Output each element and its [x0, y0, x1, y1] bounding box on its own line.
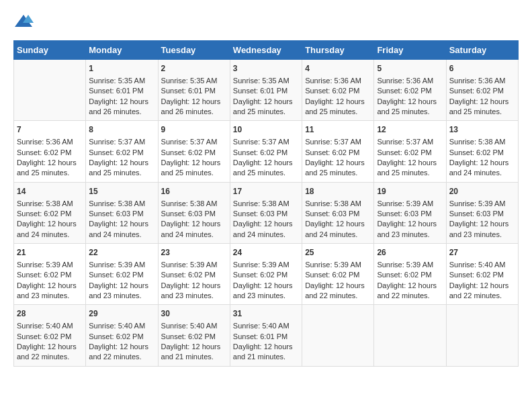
- cell-text: Sunset: 6:02 PM: [449, 86, 515, 96]
- day-number: 22: [89, 247, 154, 259]
- weekday-header-sunday: Sunday: [14, 41, 86, 60]
- cell-text: Sunrise: 5:39 AM: [89, 260, 154, 270]
- cell-text: Sunrise: 5:39 AM: [449, 199, 515, 209]
- cell-text: Daylight: 12 hours: [233, 342, 299, 352]
- cell-text: Daylight: 12 hours: [305, 219, 371, 229]
- calendar-cell: 10Sunrise: 5:37 AMSunset: 6:02 PMDayligh…: [230, 121, 302, 182]
- cell-text: Daylight: 12 hours: [89, 281, 154, 291]
- weekday-header-friday: Friday: [374, 41, 446, 60]
- cell-text: and 24 minutes.: [233, 230, 299, 240]
- day-number: 13: [449, 124, 515, 136]
- day-number: 26: [377, 247, 443, 259]
- cell-text: Daylight: 12 hours: [449, 97, 515, 107]
- calendar-cell: 25Sunrise: 5:39 AMSunset: 6:02 PMDayligh…: [302, 244, 374, 305]
- cell-text: Sunset: 6:02 PM: [233, 148, 299, 158]
- day-number: 20: [449, 186, 515, 197]
- cell-text: Sunrise: 5:40 AM: [233, 321, 299, 331]
- day-number: 2: [161, 63, 227, 75]
- cell-text: and 22 minutes.: [17, 352, 83, 362]
- cell-text: Sunset: 6:02 PM: [17, 270, 83, 280]
- cell-text: Sunset: 6:03 PM: [377, 209, 443, 219]
- calendar-cell: 13Sunrise: 5:38 AMSunset: 6:02 PMDayligh…: [446, 121, 518, 182]
- cell-text: and 25 minutes.: [233, 107, 299, 117]
- cell-text: Sunrise: 5:39 AM: [161, 260, 227, 270]
- day-number: 5: [377, 63, 443, 75]
- day-number: 24: [233, 247, 299, 259]
- cell-text: and 22 minutes.: [89, 352, 154, 362]
- day-number: 30: [161, 308, 227, 320]
- cell-text: and 24 minutes.: [89, 230, 154, 240]
- cell-text: Sunrise: 5:36 AM: [449, 76, 515, 86]
- cell-text: Sunset: 6:02 PM: [161, 270, 227, 280]
- calendar-cell: 7Sunrise: 5:36 AMSunset: 6:02 PMDaylight…: [14, 121, 86, 182]
- weekday-header-monday: Monday: [86, 41, 158, 60]
- cell-text: Sunrise: 5:35 AM: [161, 76, 227, 86]
- calendar-cell: [374, 305, 446, 366]
- cell-text: Sunset: 6:03 PM: [305, 209, 371, 219]
- calendar-cell: [302, 305, 374, 366]
- weekday-header-wednesday: Wednesday: [230, 41, 302, 60]
- cell-text: Sunrise: 5:38 AM: [161, 199, 227, 209]
- cell-text: Daylight: 12 hours: [449, 158, 515, 168]
- calendar-cell: 28Sunrise: 5:40 AMSunset: 6:02 PMDayligh…: [14, 305, 86, 366]
- cell-text: and 25 minutes.: [377, 168, 443, 178]
- day-number: 29: [89, 308, 154, 320]
- cell-text: Daylight: 12 hours: [377, 97, 443, 107]
- day-number: 8: [89, 124, 154, 136]
- cell-text: Daylight: 12 hours: [17, 158, 83, 168]
- cell-text: and 21 minutes.: [233, 352, 299, 362]
- day-number: 23: [161, 247, 227, 259]
- day-number: 27: [449, 247, 515, 259]
- cell-text: Daylight: 12 hours: [89, 97, 154, 107]
- cell-text: Daylight: 12 hours: [89, 219, 154, 229]
- cell-text: Daylight: 12 hours: [305, 97, 371, 107]
- week-row-4: 21Sunrise: 5:39 AMSunset: 6:02 PMDayligh…: [14, 244, 519, 305]
- cell-text: Sunset: 6:02 PM: [161, 148, 227, 158]
- cell-text: Sunset: 6:01 PM: [161, 86, 227, 96]
- cell-text: and 23 minutes.: [161, 291, 227, 301]
- day-number: 4: [305, 63, 371, 75]
- calendar-cell: 27Sunrise: 5:40 AMSunset: 6:02 PMDayligh…: [446, 244, 518, 305]
- weekday-header-row: SundayMondayTuesdayWednesdayThursdayFrid…: [14, 41, 519, 60]
- cell-text: Sunrise: 5:39 AM: [17, 260, 83, 270]
- cell-text: and 25 minutes.: [161, 168, 227, 178]
- cell-text: and 23 minutes.: [89, 291, 154, 301]
- cell-text: Sunset: 6:01 PM: [89, 86, 154, 96]
- cell-text: Daylight: 12 hours: [377, 281, 443, 291]
- day-number: 15: [89, 186, 154, 197]
- cell-text: Sunrise: 5:38 AM: [449, 137, 515, 147]
- cell-text: Daylight: 12 hours: [17, 281, 83, 291]
- calendar-cell: 11Sunrise: 5:37 AMSunset: 6:02 PMDayligh…: [302, 121, 374, 182]
- cell-text: and 23 minutes.: [17, 291, 83, 301]
- cell-text: Sunrise: 5:40 AM: [17, 321, 83, 331]
- cell-text: Daylight: 12 hours: [233, 281, 299, 291]
- calendar-cell: 30Sunrise: 5:40 AMSunset: 6:02 PMDayligh…: [158, 305, 230, 366]
- cell-text: Sunrise: 5:36 AM: [305, 76, 371, 86]
- cell-text: Sunset: 6:02 PM: [233, 270, 299, 280]
- cell-text: Sunset: 6:02 PM: [449, 148, 515, 158]
- calendar-cell: 6Sunrise: 5:36 AMSunset: 6:02 PMDaylight…: [446, 60, 518, 121]
- calendar-body: 1Sunrise: 5:35 AMSunset: 6:01 PMDaylight…: [14, 60, 519, 367]
- cell-text: and 25 minutes.: [233, 168, 299, 178]
- cell-text: Sunset: 6:01 PM: [233, 332, 299, 342]
- week-row-1: 1Sunrise: 5:35 AMSunset: 6:01 PMDaylight…: [14, 60, 519, 121]
- cell-text: Sunset: 6:01 PM: [233, 86, 299, 96]
- cell-text: Sunset: 6:02 PM: [449, 270, 515, 280]
- calendar-cell: 5Sunrise: 5:36 AMSunset: 6:02 PMDaylight…: [374, 60, 446, 121]
- day-number: 12: [377, 124, 443, 136]
- day-number: 18: [305, 186, 371, 197]
- week-row-5: 28Sunrise: 5:40 AMSunset: 6:02 PMDayligh…: [14, 305, 519, 366]
- cell-text: Sunset: 6:03 PM: [233, 209, 299, 219]
- calendar-cell: 26Sunrise: 5:39 AMSunset: 6:02 PMDayligh…: [374, 244, 446, 305]
- cell-text: and 25 minutes.: [17, 168, 83, 178]
- calendar-cell: 31Sunrise: 5:40 AMSunset: 6:01 PMDayligh…: [230, 305, 302, 366]
- weekday-header-thursday: Thursday: [302, 41, 374, 60]
- cell-text: and 23 minutes.: [233, 291, 299, 301]
- cell-text: Sunset: 6:02 PM: [377, 270, 443, 280]
- cell-text: Sunset: 6:03 PM: [161, 209, 227, 219]
- cell-text: Sunrise: 5:38 AM: [305, 199, 371, 209]
- cell-text: and 25 minutes.: [449, 107, 515, 117]
- day-number: 3: [233, 63, 299, 75]
- calendar-header: SundayMondayTuesdayWednesdayThursdayFrid…: [14, 41, 519, 60]
- cell-text: Sunrise: 5:40 AM: [449, 260, 515, 270]
